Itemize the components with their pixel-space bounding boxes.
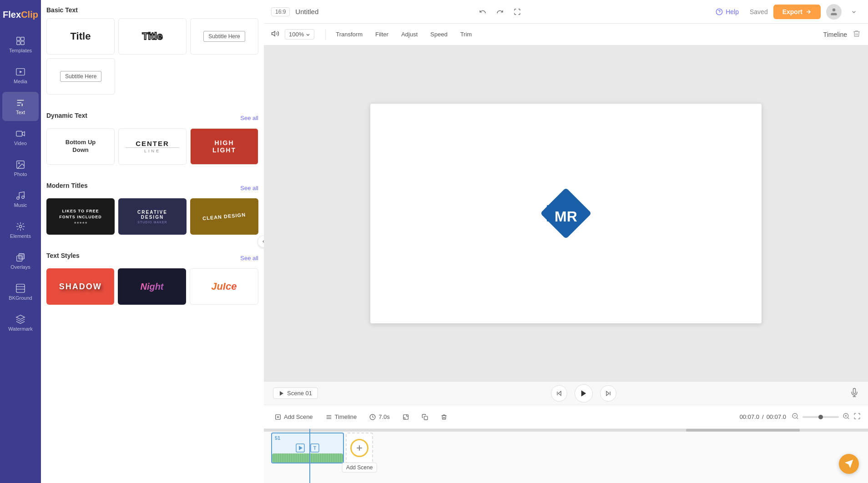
help-button[interactable]: Help [710, 6, 744, 17]
time-sep: / [762, 413, 764, 420]
svg-rect-2 [17, 41, 20, 45]
sidebar-item-templates[interactable]: Templates [2, 30, 39, 59]
timeline-area: 51 T Add Scene [264, 428, 868, 483]
export-label: Export [782, 8, 802, 15]
sidebar-item-video[interactable]: Video [2, 123, 39, 152]
dyn-card-bottom-up[interactable]: Bottom UpDown [46, 128, 115, 165]
zoom-control[interactable]: 100% [285, 29, 314, 40]
text-styles-header: Text Styles See all [46, 246, 258, 264]
audio-track [272, 453, 343, 463]
mic-button[interactable] [850, 388, 859, 399]
dynamic-text-cards: Bottom UpDown CENTER LINE HIGH LIGHT [46, 128, 258, 165]
filter-button[interactable]: Filter [369, 28, 395, 40]
ratio-badge[interactable]: 16:9 [271, 7, 290, 16]
next-button[interactable] [600, 385, 616, 402]
trim-button[interactable]: Trim [454, 28, 479, 40]
add-scene-circle[interactable] [350, 439, 368, 457]
edit-toolbar: 100% Transform Filter Adjust Speed Trim … [264, 24, 868, 45]
text-card-subtitle[interactable]: Subtitle Here [190, 18, 258, 55]
main-area: 16:9 Untitled Help Saved Export [264, 0, 868, 483]
avatar-dropdown[interactable] [847, 5, 861, 19]
video-canvas[interactable]: MR [370, 104, 762, 323]
duration-value: 7.0s [378, 413, 390, 420]
sidebar-item-overlays[interactable]: Overlays [2, 247, 39, 276]
undo-button[interactable] [476, 5, 490, 19]
bottom-up-label: Bottom UpDown [66, 139, 96, 154]
svg-marker-26 [606, 391, 609, 395]
bottom-bar: Add Scene Timeline 7.0s 00:07.0 / 00:07.… [264, 405, 868, 428]
text-card-title-outline[interactable]: Title [118, 18, 187, 55]
chat-bubble[interactable] [839, 454, 859, 474]
text-card-subtitle2[interactable]: Subtitle Here [46, 58, 115, 95]
skip-forward-icon [605, 390, 611, 397]
toolbar-divider-1 [325, 29, 326, 40]
photo-icon [15, 160, 25, 170]
text-panel: Basic Text Title Title Subtitle Here Sub… [41, 0, 264, 483]
dynamic-text-see-all[interactable]: See all [240, 115, 258, 121]
basic-text-section: Basic Text Title Title Subtitle Here Sub… [41, 0, 264, 106]
undo-redo-group [476, 5, 524, 19]
play-icon [580, 389, 588, 397]
dyn-card-center[interactable]: CENTER LINE [118, 128, 187, 165]
delete-button[interactable] [853, 30, 861, 40]
svg-rect-6 [22, 104, 23, 106]
scene-block-1[interactable]: 51 T [271, 433, 344, 463]
doc-title[interactable]: Untitled [295, 8, 470, 15]
fit-button[interactable] [853, 413, 861, 422]
adjust-button[interactable]: Adjust [395, 28, 424, 40]
sidebar-item-bkground[interactable]: BKGround [2, 277, 39, 307]
copy-button[interactable] [418, 412, 432, 422]
sidebar-item-elements[interactable]: Elements [2, 216, 39, 245]
text-styles-section: Text Styles See all SHADOW Night JuIce [41, 246, 264, 316]
redo-button[interactable] [493, 5, 507, 19]
volume-button[interactable] [271, 30, 279, 40]
zoom-slider[interactable] [802, 416, 839, 418]
prev-button[interactable] [551, 385, 567, 402]
zoom-out-button[interactable] [792, 413, 799, 422]
logo-flex: Flex [3, 10, 21, 20]
add-scene-block[interactable]: Add Scene [346, 433, 373, 463]
sidebar-item-label: Media [14, 79, 27, 84]
text-styles-title: Text Styles [46, 252, 80, 259]
text-styles-see-all[interactable]: See all [240, 255, 258, 262]
style-card-shadow[interactable]: SHADOW [46, 268, 114, 305]
svg-line-41 [848, 418, 849, 419]
sidebar-item-watermark[interactable]: Watermark [2, 308, 39, 337]
scene-badge[interactable]: Scene 01 [273, 387, 318, 399]
help-icon [716, 8, 723, 15]
svg-rect-16 [16, 284, 25, 292]
subtitle-box: Subtitle Here [203, 31, 245, 42]
modern-card-clean[interactable]: CLEAN DESIGN [190, 198, 258, 235]
sidebar-item-music[interactable]: Music [2, 185, 39, 214]
modern-titles-see-all[interactable]: See all [240, 185, 258, 191]
user-avatar[interactable] [826, 4, 842, 20]
modern-card-creative[interactable]: CREATIVEDESIGN STUDIO MAKER [118, 198, 187, 235]
chevron-left-icon [262, 239, 264, 244]
modern-card-likes[interactable]: LIKES TO FREEFONTS INCLUDED ★★★★★ [46, 198, 115, 235]
timeline-button[interactable]: Timeline [322, 412, 361, 422]
audio-waveform [272, 453, 343, 463]
play-pause-button[interactable] [575, 384, 593, 402]
delete-bottom-button[interactable] [437, 412, 451, 422]
style-card-juice[interactable]: JuIce [190, 268, 258, 305]
dyn-card-highlight[interactable]: HIGH LIGHT [190, 128, 258, 165]
sidebar-item-label: Music [14, 202, 27, 208]
night-label: Night [140, 282, 163, 292]
fullscreen-button[interactable] [510, 5, 524, 19]
sidebar-item-text[interactable]: Text [2, 92, 39, 121]
resize-button[interactable] [399, 412, 413, 422]
transform-button[interactable]: Transform [329, 28, 369, 40]
top-bar: 16:9 Untitled Help Saved Export [264, 0, 868, 24]
add-scene-tooltip: Add Scene [342, 463, 377, 473]
sidebar-item-media[interactable]: Media [2, 61, 39, 90]
add-scene-button[interactable]: Add Scene [271, 412, 317, 422]
text-card-title-bold[interactable]: Title [46, 18, 115, 55]
svg-marker-45 [299, 446, 303, 450]
overlays-icon [15, 252, 25, 262]
export-button[interactable]: Export [773, 5, 821, 19]
speed-button[interactable]: Speed [424, 28, 454, 40]
style-card-night[interactable]: Night [118, 268, 186, 305]
zoom-in-button[interactable] [843, 413, 850, 422]
scene-label: Scene 01 [287, 390, 312, 397]
sidebar-item-photo[interactable]: Photo [2, 154, 39, 183]
